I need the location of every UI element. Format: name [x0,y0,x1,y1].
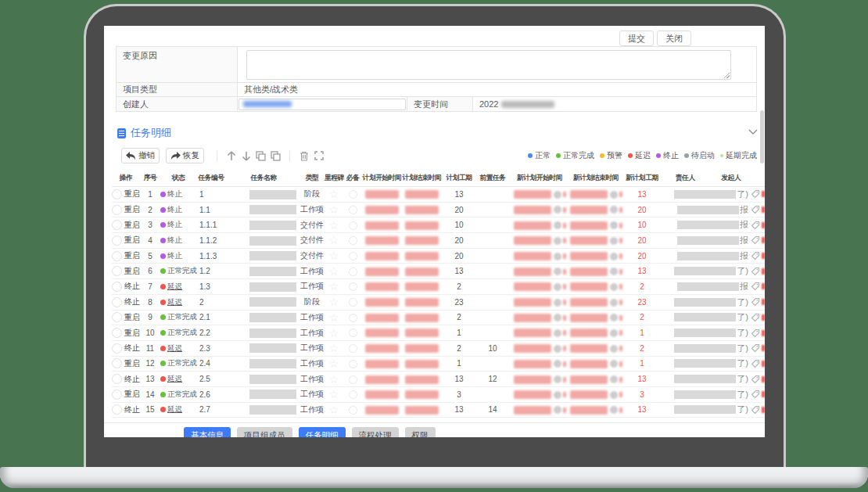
tab-任务明细[interactable]: 任务明细 [299,427,346,437]
operation-link[interactable]: 重启 [124,189,140,199]
undo-button[interactable]: 撤销 [121,148,160,163]
tag-icon[interactable] [751,205,760,214]
creator-input[interactable] [239,99,406,110]
row-radio[interactable] [112,205,122,215]
calendar-icon[interactable] [610,314,618,321]
operation-link[interactable]: 终止 [124,404,140,415]
operation-link[interactable]: 重启 [124,266,140,277]
calendar-icon[interactable] [554,206,561,214]
calendar-icon[interactable] [554,299,561,307]
tag-icon[interactable] [751,390,760,399]
operation-link[interactable]: 终止 [124,343,140,354]
tab-权限[interactable]: 权限 [405,427,436,437]
calendar-icon[interactable] [554,191,561,199]
tag-icon[interactable] [751,343,760,353]
calendar-icon[interactable] [610,375,618,383]
row-radio[interactable] [112,390,122,400]
tag-icon[interactable] [751,359,760,368]
star-icon: ☆ [329,265,339,278]
operation-link[interactable]: 终止 [124,296,140,307]
tab-流程处理[interactable]: 流程处理 [352,427,399,437]
calendar-icon[interactable] [554,375,561,383]
calendar-icon[interactable] [554,253,561,260]
row-radio[interactable] [112,220,122,230]
collapse-chevron-icon[interactable] [748,129,758,135]
operation-link[interactable]: 重启 [124,250,140,261]
move-up-icon[interactable] [224,151,239,161]
operation-link[interactable]: 重启 [124,220,140,231]
row-radio[interactable] [112,374,122,384]
operation-link[interactable]: 重启 [124,358,140,369]
tab-项目组成员[interactable]: 项目组成员 [237,427,292,437]
row-radio[interactable] [112,404,122,415]
calendar-icon[interactable] [554,268,561,275]
redacted-date [570,268,608,276]
resize-handle-icon[interactable] [724,73,730,78]
calendar-icon[interactable] [554,221,561,229]
row-radio[interactable] [112,251,122,261]
calendar-icon[interactable] [554,345,561,353]
row-radio[interactable] [112,297,122,307]
operation-link[interactable]: 重启 [124,312,140,323]
calendar-icon[interactable] [554,283,561,291]
seq-cell: 7 [140,282,160,291]
calendar-icon[interactable] [554,329,561,337]
tag-icon[interactable] [751,329,760,338]
calendar-icon[interactable] [610,283,618,291]
calendar-icon[interactable] [610,391,618,399]
calendar-icon[interactable] [554,237,561,245]
redacted-date [365,206,399,214]
calendar-icon[interactable] [610,206,618,214]
redacted-date [365,268,399,276]
calendar-icon[interactable] [610,299,618,307]
delete-icon[interactable] [296,151,311,161]
tag-icon[interactable] [751,235,760,245]
fullscreen-icon[interactable] [311,151,326,160]
row-radio[interactable] [112,266,122,276]
calendar-icon[interactable] [610,268,618,275]
submit-button[interactable]: 提交 [619,31,654,46]
tag-icon[interactable] [751,251,760,260]
row-radio[interactable] [112,235,122,246]
calendar-icon[interactable] [554,314,561,321]
operation-link[interactable]: 重启 [124,389,140,400]
calendar-icon[interactable] [554,391,561,399]
calendar-icon[interactable] [610,345,618,353]
operation-link[interactable]: 重启 [124,328,140,339]
tab-基本信息[interactable]: 基本信息 [184,427,231,437]
operation-link[interactable]: 重启 [124,204,140,215]
row-radio[interactable] [112,189,122,199]
close-button[interactable]: 关闭 [657,31,691,46]
calendar-icon[interactable] [610,360,618,368]
duplicate-icon[interactable] [268,151,283,161]
row-radio[interactable] [112,343,122,354]
tag-icon[interactable] [751,405,760,415]
calendar-icon[interactable] [610,237,618,245]
row-radio[interactable] [112,328,122,338]
tag-icon[interactable] [751,297,760,307]
row-radio[interactable] [112,282,122,292]
row-radio[interactable] [112,312,122,322]
calendar-icon[interactable] [610,191,618,199]
row-radio[interactable] [112,358,122,368]
tag-icon[interactable] [751,375,760,384]
calendar-icon[interactable] [610,253,618,260]
operation-link[interactable]: 重启 [124,235,140,246]
calendar-icon[interactable] [610,221,618,229]
calendar-icon[interactable] [554,406,561,414]
tag-icon[interactable] [751,221,760,230]
calendar-icon[interactable] [610,329,618,337]
tag-icon[interactable] [751,313,760,322]
operation-link[interactable]: 终止 [124,281,140,292]
vertical-scrollbar[interactable] [760,110,764,163]
operation-link[interactable]: 终止 [124,374,140,385]
calendar-icon[interactable] [554,360,561,368]
tag-icon[interactable] [751,267,760,276]
calendar-icon[interactable] [610,406,618,414]
copy-icon[interactable] [253,151,268,161]
tag-icon[interactable] [751,189,760,199]
change-reason-textarea[interactable] [246,50,731,80]
tag-icon[interactable] [751,282,760,291]
move-down-icon[interactable] [239,151,253,161]
redo-button[interactable]: 恢复 [166,148,204,163]
